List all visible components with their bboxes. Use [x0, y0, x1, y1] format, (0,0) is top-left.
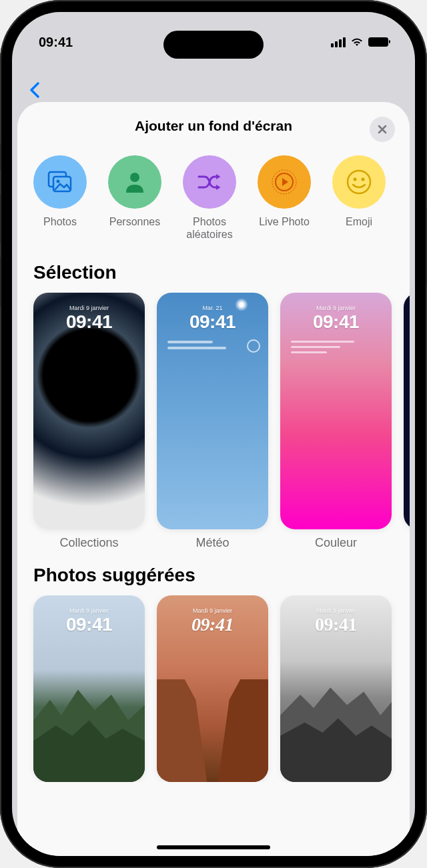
category-row[interactable]: Photos Personnes Photos aléatoires: [17, 147, 410, 247]
mute-switch: [0, 143, 1, 170]
card-label: Couleur: [280, 536, 392, 550]
status-time: 09:41: [39, 35, 73, 50]
category-photos[interactable]: Photos: [33, 155, 87, 241]
cellular-icon: [331, 37, 346, 47]
svg-point-8: [362, 178, 365, 181]
widget-placeholder: [291, 341, 381, 357]
category-people[interactable]: Personnes: [108, 155, 161, 241]
wallpaper-preview: Mardi 9 janvier 09:41: [33, 293, 145, 529]
canyon-graphic: [157, 679, 268, 782]
wallpaper-preview: Mardi 9 janvier 09:41: [33, 595, 145, 782]
wallpaper-preview: Mardi 9 janvier 09:41: [280, 293, 392, 529]
svg-point-6: [348, 171, 370, 193]
wallpaper-card-collections[interactable]: Mardi 9 janvier 09:41 Collections: [33, 293, 145, 550]
svg-point-7: [354, 178, 357, 181]
wallpaper-card-suggested[interactable]: Mardi 9 janvier 09:41: [157, 595, 268, 782]
category-label: Live Photo: [259, 215, 310, 228]
screen: 09:41 Ajouter un fond d'écran: [12, 12, 415, 856]
wallpaper-preview: Mar. 21 09:41: [157, 293, 268, 529]
category-shuffle[interactable]: Photos aléatoires: [183, 155, 236, 241]
mountain-graphic: [280, 679, 392, 782]
card-label: Collections: [33, 536, 145, 550]
person-icon: [108, 155, 161, 209]
close-button[interactable]: [370, 117, 395, 142]
wallpaper-preview: Mardi 9 janvier 09:41: [157, 595, 268, 782]
preview-date: Mardi 9 janvier: [157, 607, 268, 614]
home-indicator[interactable]: [157, 845, 270, 849]
emoji-icon: [332, 155, 386, 209]
widget-placeholder: [167, 341, 258, 353]
category-label: Emoji: [346, 215, 372, 228]
preview-time: 09:41: [280, 614, 392, 635]
category-emoji[interactable]: Emoji: [332, 155, 386, 241]
svg-point-3: [130, 173, 139, 182]
wallpaper-preview: [404, 293, 410, 529]
section-title-selection: Sélection: [17, 247, 410, 293]
card-label: Météo: [157, 536, 268, 550]
wallpaper-card-color[interactable]: Mardi 9 janvier 09:41 Couleur: [280, 293, 392, 550]
selection-row[interactable]: Mardi 9 janvier 09:41 Collections Mar. 2…: [17, 293, 410, 550]
preview-time: 09:41: [33, 614, 145, 635]
wallpaper-sheet: Ajouter un fond d'écran Photos Pe: [17, 102, 410, 856]
wifi-icon: [350, 37, 364, 47]
preview-time: 09:41: [157, 614, 268, 635]
wallpaper-card-suggested[interactable]: Mardi 9 janvier 09:41: [33, 595, 145, 782]
preview-date: Mardi 9 janvier: [33, 607, 145, 614]
section-title-suggested: Photos suggérées: [17, 550, 410, 595]
back-chevron-icon[interactable]: [29, 79, 39, 103]
shuffle-icon: [183, 155, 236, 209]
preview-time: 09:41: [33, 311, 145, 333]
status-indicators: [331, 37, 388, 47]
category-label: Photos: [43, 215, 77, 228]
close-icon: [378, 125, 387, 134]
livephoto-icon: [258, 155, 311, 209]
preview-date: Mardi 9 janvier: [33, 305, 145, 311]
suggested-row[interactable]: Mardi 9 janvier 09:41 Mardi 9 janvier 09…: [17, 595, 410, 782]
wallpaper-card-weather[interactable]: Mar. 21 09:41 Météo: [157, 293, 268, 550]
preview-date: Mar. 21: [157, 305, 268, 311]
sheet-header: Ajouter un fond d'écran: [17, 118, 410, 147]
preview-time: 09:41: [157, 311, 268, 333]
widget-circle: [247, 339, 260, 353]
category-livephoto[interactable]: Live Photo: [258, 155, 311, 241]
sheet-title: Ajouter un fond d'écran: [135, 118, 292, 134]
preview-time: 09:41: [280, 311, 392, 333]
preview-date: Mardi 9 janvier: [280, 607, 392, 614]
svg-point-2: [57, 180, 60, 183]
wallpaper-preview: Mardi 9 janvier 09:41: [280, 595, 392, 782]
mountain-graphic: [33, 679, 145, 782]
photos-icon: [33, 155, 87, 209]
category-label: Personnes: [109, 215, 161, 228]
preview-date: Mardi 9 janvier: [280, 305, 392, 311]
wallpaper-card-suggested[interactable]: Mardi 9 janvier 09:41: [280, 595, 392, 782]
iphone-frame: 09:41 Ajouter un fond d'écran: [0, 0, 427, 868]
volume-down: [0, 257, 1, 307]
wallpaper-card-peek[interactable]: [404, 293, 410, 550]
volume-up: [0, 193, 1, 243]
battery-icon: [368, 37, 388, 47]
category-label: Photos aléatoires: [186, 215, 232, 241]
dynamic-island: [163, 31, 264, 59]
